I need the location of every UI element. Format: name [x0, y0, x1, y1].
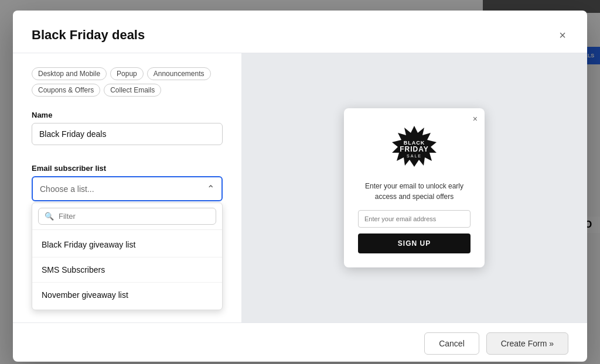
cancel-button[interactable]: Cancel	[424, 332, 479, 355]
signup-button[interactable]: SIGN UP	[358, 233, 471, 253]
list-items-container: Black Friday giveaway list SMS Subscribe…	[32, 230, 222, 310]
modal-footer: Cancel Create Form »	[13, 322, 587, 364]
search-icon: 🔍	[45, 212, 54, 221]
popup-preview: × BLACK FRIDAY SALE Enter	[344, 108, 485, 267]
modal-close-button[interactable]: ×	[557, 27, 568, 43]
tag-collect-emails: Collect Emails	[104, 84, 161, 97]
chevron-up-icon: ⌃	[207, 183, 214, 194]
modal-overlay: Black Friday deals × Desktop and Mobile …	[0, 0, 600, 364]
tag-announcements: Announcements	[147, 67, 211, 80]
dropdown-menu: 🔍 Black Friday giveaway list SMS Subscri…	[32, 202, 223, 310]
filter-input[interactable]	[59, 212, 210, 221]
list-item[interactable]: November giveaway list	[32, 283, 222, 307]
modal-title: Black Friday deals	[32, 28, 145, 43]
svg-text:SALE: SALE	[407, 154, 422, 158]
tag-popup: Popup	[110, 67, 144, 80]
list-dropdown-button[interactable]: Choose a list... ⌃	[32, 176, 223, 201]
modal-body: Desktop and Mobile Popup Announcements C…	[13, 53, 587, 322]
list-item[interactable]: SMS Subscribers	[32, 257, 222, 283]
black-friday-badge: BLACK FRIDAY SALE	[391, 125, 438, 171]
popup-close-icon: ×	[473, 114, 478, 123]
left-panel: Desktop and Mobile Popup Announcements C…	[13, 53, 241, 322]
filter-input-wrap: 🔍	[38, 208, 216, 225]
modal-header: Black Friday deals ×	[13, 11, 587, 53]
email-input-preview[interactable]	[358, 210, 471, 228]
name-input[interactable]	[32, 123, 223, 145]
create-form-button[interactable]: Create Form »	[486, 332, 568, 355]
preview-panel: × BLACK FRIDAY SALE Enter	[241, 53, 587, 322]
tag-coupons-offers: Coupons & Offers	[32, 84, 100, 97]
list-field-label: Email subscriber list	[32, 164, 223, 173]
modal: Black Friday deals × Desktop and Mobile …	[13, 11, 587, 362]
filter-row: 🔍	[32, 203, 222, 230]
popup-description: Enter your email to unlock early access …	[358, 181, 471, 202]
list-item[interactable]: Black Friday giveaway list	[32, 232, 222, 257]
dropdown-placeholder: Choose a list...	[40, 184, 94, 194]
svg-text:FRIDAY: FRIDAY	[400, 145, 429, 153]
dropdown-container: Choose a list... ⌃ 🔍 Black Friday giveaw…	[32, 176, 223, 201]
name-field-label: Name	[32, 111, 223, 119]
tag-desktop-mobile: Desktop and Mobile	[32, 67, 107, 80]
tags-container: Desktop and Mobile Popup Announcements C…	[32, 67, 223, 97]
